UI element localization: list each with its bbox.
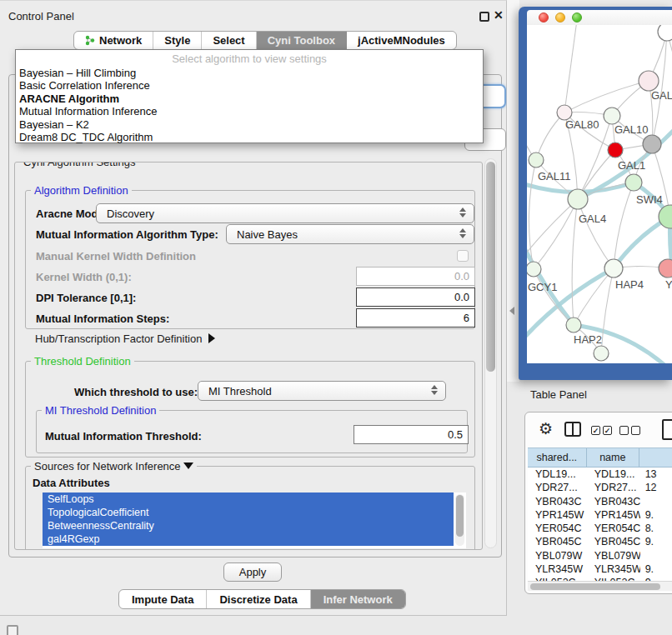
column-header-name[interactable]: name (587, 448, 640, 468)
tab-label: Style (164, 34, 190, 47)
mi-steps-field[interactable] (356, 308, 475, 328)
mi-steps-label: Mutual Information Steps: (36, 312, 169, 325)
select-all-checkbox-icon[interactable]: ✓ (591, 426, 600, 435)
table-cell: YBR043C (528, 495, 587, 508)
deselect-all-checkbox-icon-2[interactable] (631, 426, 640, 435)
algorithm-option-mutual-information-inference[interactable]: Mutual Information Inference (16, 105, 483, 118)
tab-jactivemnodules[interactable]: jActiveMNodules (347, 32, 456, 49)
table-row[interactable]: YLR345WYLR345W9. (528, 562, 672, 576)
column-header-shared[interactable]: shared... (528, 448, 587, 468)
columns-icon[interactable] (564, 422, 581, 437)
network-graph[interactable]: GALGAL80GAL10GAL1GAL11SWI4GAL4GCY1HAP4YH… (527, 25, 672, 363)
aracne-mode-select[interactable]: Discovery (96, 203, 474, 223)
tab-cyni-toolbox[interactable]: Cyni Toolbox (257, 32, 347, 49)
network-edge[interactable] (527, 199, 578, 258)
scrollbar-thumb[interactable] (456, 495, 464, 537)
table-row[interactable]: YDR27...YDR27...12 (528, 481, 672, 494)
tab-style[interactable]: Style (153, 32, 202, 49)
algorithm-option-basic-correlation-inference[interactable]: Basic Correlation Inference (16, 79, 483, 92)
algorithm-option-dream8-dc-tdc-algorithm[interactable]: Dream8 DC_TDC Algorithm (16, 131, 483, 143)
divider-collapse-icon[interactable] (509, 307, 514, 315)
close-traffic-light-icon[interactable] (539, 12, 549, 22)
network-node-outline-top[interactable] (658, 25, 672, 41)
node-label-gal4: GAL4 (579, 212, 606, 225)
network-node-gal[interactable] (639, 71, 659, 91)
float-window-icon[interactable] (479, 12, 489, 22)
deselect-all-checkbox-icon[interactable] (619, 426, 629, 435)
expand-right-icon[interactable] (208, 333, 215, 343)
network-node-gcy1[interactable] (527, 262, 541, 277)
manual-kernel-width-checkbox[interactable] (457, 250, 469, 262)
control-panel-window: Control Panel ✕ NetworkStyleSelectCyni T… (0, 0, 507, 616)
network-edge[interactable] (534, 199, 578, 269)
table-row[interactable]: YDL19...YDL19...13 (528, 468, 672, 481)
network-node-gray-node[interactable] (643, 135, 661, 153)
which-threshold-select[interactable]: MI Threshold (198, 381, 446, 401)
table-row[interactable]: YBL079WYBL079W (528, 549, 672, 562)
bottom-tab-infer-network[interactable]: Infer Network (311, 590, 405, 608)
network-edge[interactable] (536, 112, 564, 160)
scrollbar-thumb[interactable] (486, 162, 495, 372)
network-edge[interactable] (564, 81, 649, 112)
collapse-down-icon[interactable] (183, 462, 193, 469)
tab-select[interactable]: Select (202, 32, 256, 49)
cyni-algorithm-settings-group: Cyni Algorithm Settings Algorithm Defini… (14, 162, 483, 550)
algorithm-option-bayesian-hill-climbing[interactable]: Bayesian – Hill Climbing (16, 67, 483, 79)
gear-icon[interactable]: ⚙ (539, 420, 553, 438)
select-all-checkbox-icon-2[interactable]: ✓ (603, 426, 612, 435)
attribute-item-selfloops[interactable]: SelfLoops (43, 492, 454, 506)
column-header-2[interactable] (639, 448, 672, 468)
zoom-traffic-light-icon[interactable] (572, 12, 582, 22)
network-window-titlebar[interactable] (527, 10, 672, 25)
kernel-width-field[interactable] (356, 267, 475, 286)
table-body: YDL19...YDL19...13YDR27...YDR27...12YBR0… (528, 468, 672, 581)
tab-network[interactable]: Network (74, 32, 153, 49)
network-edge[interactable] (572, 199, 578, 325)
settings-vertical-scrollbar[interactable] (484, 158, 497, 548)
network-edge[interactable] (578, 199, 614, 268)
dock-panel-icon[interactable] (7, 625, 18, 635)
network-node-gal4[interactable] (568, 189, 588, 209)
attribute-item-gal4rgexp[interactable]: gal4RGexp (43, 532, 454, 546)
network-node-hap2[interactable] (566, 318, 581, 332)
table-row[interactable]: YER054CYER054C8. (528, 522, 672, 535)
bottom-tab-impute-data[interactable]: Impute Data (119, 590, 207, 608)
algorithm-option-aracne-algorithm[interactable]: ARACNE Algorithm (16, 92, 483, 105)
minimize-traffic-light-icon[interactable] (555, 12, 565, 22)
mi-threshold-field[interactable] (354, 425, 469, 444)
network-node-hap4[interactable] (604, 259, 623, 278)
network-node-swi4[interactable] (625, 174, 642, 191)
network-edge[interactable] (529, 160, 536, 269)
mi-algorithm-type-select[interactable]: Naive Bayes (226, 224, 474, 244)
network-edge[interactable] (564, 25, 577, 112)
network-node-gal11[interactable] (529, 152, 544, 168)
network-canvas[interactable]: GALGAL80GAL10GAL1GAL11SWI4GAL4GCY1HAP4YH… (527, 25, 672, 363)
close-icon[interactable]: ✕ (494, 8, 504, 22)
aracne-mode-value: Discovery (107, 208, 154, 220)
table-horizontal-scrollbar[interactable] (528, 581, 672, 591)
attribute-item-topologicalcoefficient[interactable]: TopologicalCoefficient (43, 506, 454, 519)
table-row[interactable]: YBR043CYBR043C (528, 495, 672, 508)
network-node-bottom-pale[interactable] (594, 346, 609, 361)
algorithm-option-bayesian-k2[interactable]: Bayesian – K2 (16, 118, 483, 131)
node-label-gal11: GAL11 (538, 170, 571, 182)
attributes-scrollbar[interactable] (455, 494, 464, 546)
bottom-tabbar: Impute DataDiscretize DataInfer Network (118, 589, 406, 609)
attribute-item-betweennesscentrality[interactable]: BetweennessCentrality (43, 519, 454, 532)
dpi-tolerance-field[interactable] (356, 288, 475, 307)
scrollbar-thumb[interactable] (530, 583, 660, 590)
export-table-icon[interactable] (662, 419, 672, 440)
sources-group: Sources for Network Inference Data Attri… (25, 466, 475, 550)
table-row[interactable]: YPR145WYPR145W9. (528, 508, 672, 522)
network-node-gal10[interactable] (604, 108, 620, 124)
network-node-gal1[interactable] (608, 142, 623, 158)
split-pane-divider[interactable] (507, 0, 519, 382)
network-icon (85, 35, 95, 46)
bottom-tab-discretize-data[interactable]: Discretize Data (207, 590, 310, 608)
network-node-y[interactable] (659, 259, 672, 278)
table-cell: YBL079W (528, 549, 587, 562)
which-threshold-label: Which threshold to use: (74, 386, 198, 398)
apply-button[interactable]: Apply (223, 562, 282, 582)
table-row[interactable]: YBR045CYBR045C9. (528, 535, 672, 548)
hub-definition-expander[interactable]: Hub/Transcription Factor Definition (35, 332, 215, 345)
